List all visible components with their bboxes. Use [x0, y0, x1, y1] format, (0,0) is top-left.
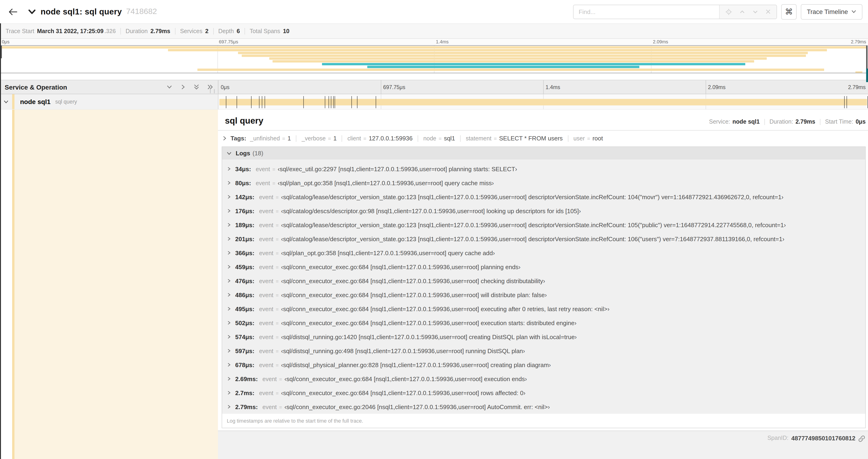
log-field-value: ‹sql/conn_executor_exec.go:2046 [nsql1,c… — [284, 403, 550, 410]
minimap-span-bar — [269, 57, 767, 60]
equals-sign: = — [276, 348, 279, 354]
log-entry-row[interactable]: 366μs:event=‹sql/plan_opt.go:358 [nsql1,… — [222, 246, 865, 260]
log-event-tick — [357, 96, 358, 108]
logs-header[interactable]: Logs (18) — [222, 147, 865, 160]
log-entry-row[interactable]: 176μs:event=‹sql/catalog/descs/descripto… — [222, 204, 865, 218]
detail-meta-value: 0μs — [856, 119, 866, 125]
log-field-value: ‹sql/conn_executor_exec.go:684 [nsql1,cl… — [281, 291, 547, 298]
log-entry-row[interactable]: 201μs:event=‹sql/catalog/lease/descripto… — [222, 232, 865, 246]
arrow-left-icon — [8, 7, 18, 16]
span-timeline-track[interactable] — [218, 94, 868, 109]
equals-sign: = — [279, 376, 282, 382]
tags-accordian[interactable]: Tags: _unfinished=1_verbose=1client=127.… — [218, 131, 868, 146]
equals-sign: = — [439, 136, 442, 141]
log-entry-row[interactable]: 2.7ms:event=‹sql/conn_executor_exec.go:6… — [222, 386, 865, 400]
chevron-right-icon — [226, 390, 231, 396]
log-entry-row[interactable]: 80μs:event=‹sql/plan_opt.go:358 [nsql1,c… — [222, 176, 865, 190]
column-resizer-grip[interactable]: ❙❙ — [209, 89, 217, 93]
chevron-right-icon — [226, 222, 231, 228]
tag-value: sql1 — [444, 135, 455, 142]
log-entry-row[interactable]: 495μs:event=‹sql/conn_executor_exec.go:6… — [222, 302, 865, 316]
log-timestamp: 486μs: — [235, 291, 254, 298]
clear-search-icon[interactable] — [765, 9, 771, 14]
trace-summary-bar: Trace StartMarch 31 2022, 17:25:09.326Du… — [0, 23, 868, 39]
span-duration-bar[interactable] — [219, 99, 867, 105]
chevron-down-icon[interactable] — [0, 99, 12, 104]
view-selector-button[interactable]: Trace Timeline — [801, 4, 862, 19]
equals-sign: = — [276, 390, 279, 396]
collapse-one-icon[interactable] — [166, 84, 173, 91]
log-entry-row[interactable]: 574μs:event=‹sql/distsql_running.go:1420… — [222, 330, 865, 344]
back-button[interactable] — [5, 4, 21, 20]
log-entry-row[interactable]: 459μs:event=‹sql/conn_executor_exec.go:6… — [222, 260, 865, 274]
log-entry-row[interactable]: 2.69ms:event=‹sql/conn_executor_exec.go:… — [222, 372, 865, 386]
log-timestamp: 142μs: — [235, 193, 254, 200]
minimap-time-label: 0μs — [2, 39, 9, 44]
divider — [175, 28, 176, 34]
log-field-key: event — [259, 348, 273, 354]
chevron-right-icon — [226, 404, 231, 409]
log-entry-row[interactable]: 142μs:event=‹sql/catalog/lease/descripto… — [222, 190, 865, 204]
chevron-right-icon — [226, 348, 231, 354]
log-entry-row[interactable]: 597μs:event=‹sql/distsql_running.go:498 … — [222, 344, 865, 358]
log-timestamp: 495μs: — [235, 305, 254, 312]
divider — [245, 28, 245, 34]
trace-meta-value: 2 — [205, 28, 209, 34]
minimap-canvas[interactable] — [0, 45, 868, 73]
trace-meta-label: Trace Start — [6, 28, 34, 34]
title-bar: node sql1: sql query 7418682 — [0, 0, 868, 23]
equals-sign: = — [276, 250, 279, 256]
trace-meta-item: Depth6 — [218, 28, 240, 34]
tag-value: SELECT * FROM users — [499, 135, 563, 142]
equals-sign: = — [279, 404, 282, 410]
log-timestamp: 2.69ms: — [235, 375, 258, 382]
divider — [765, 119, 765, 125]
log-entry-row[interactable]: 476μs:event=‹sql/conn_executor_exec.go:6… — [222, 274, 865, 288]
log-event-tick — [259, 96, 259, 108]
view-selector-label: Trace Timeline — [807, 8, 848, 15]
collapse-trace-button[interactable] — [28, 8, 36, 15]
divider — [568, 135, 568, 141]
equals-sign: = — [328, 136, 331, 141]
log-field-key: event — [259, 222, 273, 228]
span-service-name[interactable]: node sql1 — [20, 98, 51, 105]
log-field-value: ‹sql/plan_opt.go:358 [nsql1,client=127.0… — [278, 179, 494, 186]
deep-link-icon[interactable] — [858, 435, 865, 442]
log-field-key: event — [259, 194, 273, 200]
detail-meta-item: Service:node sql1 — [709, 119, 760, 125]
expand-one-icon[interactable] — [180, 84, 186, 91]
equals-sign: = — [276, 194, 279, 200]
detail-span-title: sql query — [225, 116, 264, 126]
log-entry-row[interactable]: 486μs:event=‹sql/conn_executor_exec.go:6… — [222, 288, 865, 302]
keyboard-shortcuts-button[interactable]: ⌘ — [781, 4, 797, 19]
log-timestamp: 176μs: — [235, 207, 254, 214]
log-event-tick — [331, 96, 332, 108]
prev-match-icon[interactable] — [739, 9, 745, 15]
collapse-all-icon[interactable] — [193, 84, 200, 91]
minimap-span-bar — [238, 52, 808, 54]
log-entry-row[interactable]: 502μs:event=‹sql/conn_executor_exec.go:6… — [222, 316, 865, 330]
span-name-cell[interactable]: node sql1 sql query — [0, 94, 218, 109]
chevron-right-icon — [226, 278, 231, 284]
tags-label: Tags: — [230, 135, 246, 142]
section-gap — [0, 73, 868, 80]
log-entry-row[interactable]: 678μs:event=‹sql/distsql_physical_planne… — [222, 358, 865, 372]
log-field-key: event — [259, 236, 273, 242]
divider — [120, 28, 121, 34]
collapse-controls — [166, 84, 213, 91]
service-operation-title: Service & Operation — [5, 83, 67, 91]
focus-match-icon[interactable] — [725, 8, 732, 15]
log-timestamp: 678μs: — [235, 361, 254, 368]
log-entry-row[interactable]: 2.79ms:event=‹sql/conn_executor_exec.go:… — [222, 400, 865, 414]
log-entry-row[interactable]: 189μs:event=‹sql/catalog/lease/descripto… — [222, 218, 865, 232]
find-actions — [719, 5, 777, 19]
ruler-time-label: 2.79ms — [848, 84, 866, 90]
log-entry-row[interactable]: 34μs:event=‹sql/exec_util.go:2297 [nsql1… — [222, 162, 865, 176]
next-match-icon[interactable] — [752, 9, 758, 15]
span-operation-name: sql query — [55, 99, 77, 104]
detail-meta-value: 2.79ms — [796, 119, 815, 125]
trace-meta-item: Trace StartMarch 31 2022, 17:25:09.326 — [6, 28, 116, 34]
chevron-right-icon — [226, 362, 231, 368]
log-event-tick — [325, 96, 325, 108]
find-input[interactable] — [574, 5, 719, 19]
